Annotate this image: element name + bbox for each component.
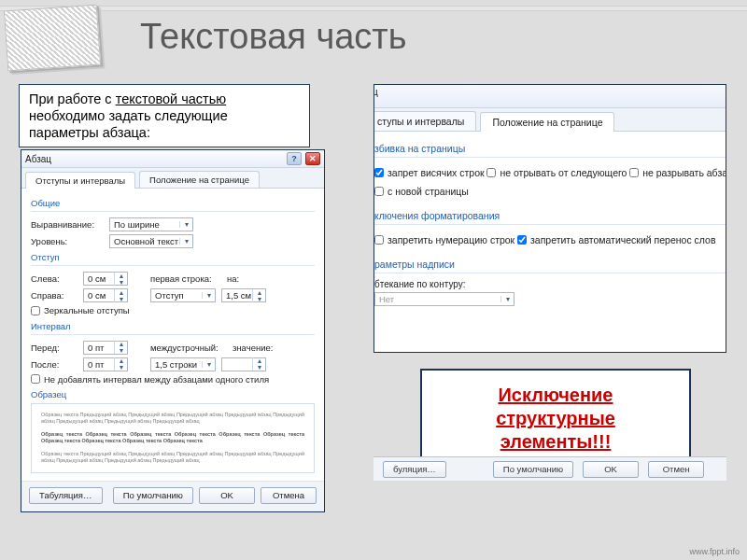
space-after-spin[interactable]: 0 пт▴▾ — [83, 357, 128, 371]
dialog-title: ац — [374, 86, 378, 97]
group-interval: Интервал — [31, 321, 315, 331]
linespacing-value-spin[interactable]: ▴▾ — [221, 357, 266, 371]
keep-with-next-checkbox[interactable]: не отрывать от следующего — [486, 167, 627, 178]
firstline-combo[interactable]: Отступ▾ — [150, 288, 216, 302]
alignment-label: Выравнивание: — [31, 219, 104, 230]
ok-button[interactable]: OK — [199, 487, 255, 504]
firstline-on-spin[interactable]: 1,5 см▴▾ — [221, 288, 266, 302]
dialog-tabs: ступы и интервалы Положение на странице — [374, 108, 726, 132]
chevron-down-icon: ▾ — [202, 361, 213, 368]
linespacing-label: междустрочный: — [150, 343, 227, 353]
dialog-titlebar: ац ? ✕ — [374, 84, 726, 108]
decorative-blueprint-image — [4, 5, 101, 72]
indent-left-spin[interactable]: 0 см▴▾ — [83, 272, 128, 286]
on-label: на: — [227, 273, 247, 284]
callout-exclusion: Исключение структурные элементы!!! — [420, 369, 691, 469]
suppress-line-numbers-checkbox[interactable]: запретить нумерацию строк — [374, 234, 514, 245]
tab-pagination[interactable]: Положение на странице — [139, 171, 260, 188]
footer-link: www.fppt.info — [689, 547, 740, 556]
paragraph-dialog-page-position: ац ? ✕ ступы и интервалы Положение на ст… — [374, 84, 726, 353]
chevron-down-icon: ▾ — [202, 292, 213, 299]
indent-left-label: Слева: — [31, 273, 78, 284]
dialog-titlebar: Абзац ? ✕ — [21, 150, 324, 168]
tight-wrap-label: бтекание по контуру: — [374, 279, 486, 289]
default-button[interactable]: По умолчанию — [493, 461, 573, 478]
group-textbox-options: раметры надписи — [374, 259, 726, 270]
cancel-button[interactable]: Отмен — [648, 461, 704, 478]
space-before-spin[interactable]: 0 пт▴▾ — [83, 341, 128, 355]
level-combo[interactable]: Основной текст▾ — [109, 234, 193, 248]
tab-pagination[interactable]: Положение на странице — [480, 112, 614, 132]
group-common: Общие — [31, 198, 315, 208]
dialog-title: Абзац — [25, 154, 51, 164]
indent-right-spin[interactable]: 0 см▴▾ — [83, 288, 128, 302]
tab-indents-spacing[interactable]: ступы и интервалы — [374, 111, 476, 131]
group-indent: Отступ — [31, 252, 315, 262]
slide-title: Текстовая часть — [140, 17, 407, 57]
mirror-indents-checkbox[interactable]: Зеркальные отступы — [31, 305, 130, 315]
tabstops-button[interactable]: буляция… — [383, 461, 446, 478]
keep-lines-together-checkbox[interactable]: не разрывать абзац — [629, 167, 726, 178]
tabstops-button[interactable]: Табуляция… — [29, 487, 103, 504]
page-break-before-checkbox[interactable]: с новой страницы — [374, 186, 469, 197]
default-button[interactable]: По умолчанию — [113, 487, 193, 504]
dialog-tabs: Отступы и интервалы Положение на страниц… — [21, 168, 324, 189]
paragraph-dialog: Абзац ? ✕ Отступы и интервалы Положение … — [21, 149, 325, 512]
alignment-combo[interactable]: По ширине▾ — [109, 217, 193, 231]
no-hyphenation-checkbox[interactable]: запретить автоматический перенос слов — [517, 234, 716, 245]
value-label: значение: — [233, 343, 277, 353]
firstline-label: первая строка: — [150, 273, 221, 284]
level-label: Уровень: — [31, 236, 104, 246]
linespacing-combo[interactable]: 1,5 строки▾ — [150, 357, 216, 371]
indent-right-label: Справа: — [31, 290, 78, 301]
tab-indents-spacing[interactable]: Отступы и интервалы — [25, 172, 135, 189]
dialog-buttons-cropped: буляция… По умолчанию OK Отмен — [374, 456, 726, 481]
no-extra-space-checkbox[interactable]: Не добавлять интервал между абзацами одн… — [31, 374, 269, 385]
preview-box: Образец текста Предыдущий абзац Предыдущ… — [31, 403, 315, 473]
widow-orphan-checkbox[interactable]: запрет висячих строк — [374, 167, 485, 178]
chevron-down-icon: ▾ — [500, 296, 512, 302]
cancel-button[interactable]: Отмена — [261, 487, 317, 504]
space-after-label: После: — [31, 359, 78, 370]
note-card: При работе с текстовой частью необходимо… — [19, 84, 310, 147]
group-pagination: збивка на страницы — [374, 143, 726, 154]
group-preview: Образец — [31, 389, 315, 399]
help-icon[interactable]: ? — [287, 152, 302, 165]
ok-button[interactable]: OK — [583, 461, 639, 478]
chevron-down-icon: ▾ — [179, 238, 190, 245]
group-format-exceptions: ключения форматирования — [374, 210, 726, 221]
close-icon[interactable]: ✕ — [305, 152, 320, 165]
space-before-label: Перед: — [31, 343, 78, 353]
chevron-down-icon: ▾ — [179, 221, 190, 228]
tight-wrap-combo[interactable]: Нет▾ — [374, 292, 514, 306]
